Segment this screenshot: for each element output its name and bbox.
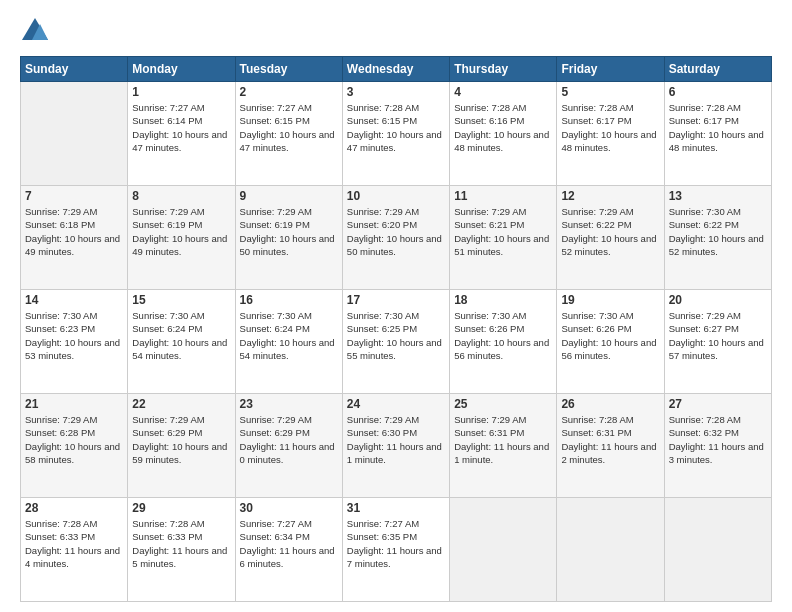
- day-number: 24: [347, 397, 445, 411]
- week-row-3: 14Sunrise: 7:30 AMSunset: 6:23 PMDayligh…: [21, 290, 772, 394]
- day-number: 6: [669, 85, 767, 99]
- day-info: Sunrise: 7:29 AMSunset: 6:20 PMDaylight:…: [347, 205, 445, 258]
- day-info: Sunrise: 7:30 AMSunset: 6:24 PMDaylight:…: [132, 309, 230, 362]
- day-cell: 16Sunrise: 7:30 AMSunset: 6:24 PMDayligh…: [235, 290, 342, 394]
- day-number: 11: [454, 189, 552, 203]
- day-cell: 9Sunrise: 7:29 AMSunset: 6:19 PMDaylight…: [235, 186, 342, 290]
- day-info: Sunrise: 7:29 AMSunset: 6:27 PMDaylight:…: [669, 309, 767, 362]
- col-friday: Friday: [557, 57, 664, 82]
- day-cell: [557, 498, 664, 602]
- day-info: Sunrise: 7:28 AMSunset: 6:32 PMDaylight:…: [669, 413, 767, 466]
- day-info: Sunrise: 7:27 AMSunset: 6:15 PMDaylight:…: [240, 101, 338, 154]
- day-number: 23: [240, 397, 338, 411]
- day-number: 26: [561, 397, 659, 411]
- day-info: Sunrise: 7:28 AMSunset: 6:16 PMDaylight:…: [454, 101, 552, 154]
- col-saturday: Saturday: [664, 57, 771, 82]
- day-cell: 5Sunrise: 7:28 AMSunset: 6:17 PMDaylight…: [557, 82, 664, 186]
- day-number: 25: [454, 397, 552, 411]
- col-sunday: Sunday: [21, 57, 128, 82]
- day-info: Sunrise: 7:29 AMSunset: 6:29 PMDaylight:…: [132, 413, 230, 466]
- day-info: Sunrise: 7:29 AMSunset: 6:22 PMDaylight:…: [561, 205, 659, 258]
- day-cell: 18Sunrise: 7:30 AMSunset: 6:26 PMDayligh…: [450, 290, 557, 394]
- day-info: Sunrise: 7:28 AMSunset: 6:17 PMDaylight:…: [561, 101, 659, 154]
- day-info: Sunrise: 7:28 AMSunset: 6:33 PMDaylight:…: [25, 517, 123, 570]
- day-cell: 10Sunrise: 7:29 AMSunset: 6:20 PMDayligh…: [342, 186, 449, 290]
- day-cell: [21, 82, 128, 186]
- day-cell: 30Sunrise: 7:27 AMSunset: 6:34 PMDayligh…: [235, 498, 342, 602]
- day-cell: 15Sunrise: 7:30 AMSunset: 6:24 PMDayligh…: [128, 290, 235, 394]
- day-number: 20: [669, 293, 767, 307]
- col-wednesday: Wednesday: [342, 57, 449, 82]
- day-info: Sunrise: 7:29 AMSunset: 6:29 PMDaylight:…: [240, 413, 338, 466]
- days-of-week-row: Sunday Monday Tuesday Wednesday Thursday…: [21, 57, 772, 82]
- day-number: 31: [347, 501, 445, 515]
- day-info: Sunrise: 7:28 AMSunset: 6:31 PMDaylight:…: [561, 413, 659, 466]
- day-info: Sunrise: 7:30 AMSunset: 6:24 PMDaylight:…: [240, 309, 338, 362]
- day-cell: 28Sunrise: 7:28 AMSunset: 6:33 PMDayligh…: [21, 498, 128, 602]
- day-info: Sunrise: 7:30 AMSunset: 6:23 PMDaylight:…: [25, 309, 123, 362]
- day-number: 28: [25, 501, 123, 515]
- day-info: Sunrise: 7:29 AMSunset: 6:21 PMDaylight:…: [454, 205, 552, 258]
- day-cell: 6Sunrise: 7:28 AMSunset: 6:17 PMDaylight…: [664, 82, 771, 186]
- day-number: 12: [561, 189, 659, 203]
- day-cell: 25Sunrise: 7:29 AMSunset: 6:31 PMDayligh…: [450, 394, 557, 498]
- day-cell: [664, 498, 771, 602]
- day-info: Sunrise: 7:28 AMSunset: 6:15 PMDaylight:…: [347, 101, 445, 154]
- day-number: 7: [25, 189, 123, 203]
- week-row-2: 7Sunrise: 7:29 AMSunset: 6:18 PMDaylight…: [21, 186, 772, 290]
- day-info: Sunrise: 7:29 AMSunset: 6:19 PMDaylight:…: [132, 205, 230, 258]
- day-number: 1: [132, 85, 230, 99]
- calendar-table: Sunday Monday Tuesday Wednesday Thursday…: [20, 56, 772, 602]
- day-info: Sunrise: 7:30 AMSunset: 6:26 PMDaylight:…: [454, 309, 552, 362]
- header: [20, 16, 772, 46]
- day-cell: 1Sunrise: 7:27 AMSunset: 6:14 PMDaylight…: [128, 82, 235, 186]
- day-number: 30: [240, 501, 338, 515]
- day-number: 5: [561, 85, 659, 99]
- day-info: Sunrise: 7:30 AMSunset: 6:22 PMDaylight:…: [669, 205, 767, 258]
- day-cell: 17Sunrise: 7:30 AMSunset: 6:25 PMDayligh…: [342, 290, 449, 394]
- day-cell: 3Sunrise: 7:28 AMSunset: 6:15 PMDaylight…: [342, 82, 449, 186]
- day-cell: 27Sunrise: 7:28 AMSunset: 6:32 PMDayligh…: [664, 394, 771, 498]
- day-info: Sunrise: 7:30 AMSunset: 6:26 PMDaylight:…: [561, 309, 659, 362]
- calendar-header: Sunday Monday Tuesday Wednesday Thursday…: [21, 57, 772, 82]
- day-cell: [450, 498, 557, 602]
- day-number: 17: [347, 293, 445, 307]
- day-cell: 21Sunrise: 7:29 AMSunset: 6:28 PMDayligh…: [21, 394, 128, 498]
- day-cell: 8Sunrise: 7:29 AMSunset: 6:19 PMDaylight…: [128, 186, 235, 290]
- col-tuesday: Tuesday: [235, 57, 342, 82]
- logo: [20, 16, 54, 46]
- day-number: 15: [132, 293, 230, 307]
- day-info: Sunrise: 7:29 AMSunset: 6:18 PMDaylight:…: [25, 205, 123, 258]
- day-number: 14: [25, 293, 123, 307]
- day-info: Sunrise: 7:28 AMSunset: 6:33 PMDaylight:…: [132, 517, 230, 570]
- day-cell: 4Sunrise: 7:28 AMSunset: 6:16 PMDaylight…: [450, 82, 557, 186]
- day-cell: 22Sunrise: 7:29 AMSunset: 6:29 PMDayligh…: [128, 394, 235, 498]
- day-info: Sunrise: 7:30 AMSunset: 6:25 PMDaylight:…: [347, 309, 445, 362]
- day-cell: 24Sunrise: 7:29 AMSunset: 6:30 PMDayligh…: [342, 394, 449, 498]
- day-number: 3: [347, 85, 445, 99]
- day-info: Sunrise: 7:29 AMSunset: 6:28 PMDaylight:…: [25, 413, 123, 466]
- day-cell: 7Sunrise: 7:29 AMSunset: 6:18 PMDaylight…: [21, 186, 128, 290]
- day-cell: 29Sunrise: 7:28 AMSunset: 6:33 PMDayligh…: [128, 498, 235, 602]
- day-number: 29: [132, 501, 230, 515]
- day-cell: 19Sunrise: 7:30 AMSunset: 6:26 PMDayligh…: [557, 290, 664, 394]
- day-number: 19: [561, 293, 659, 307]
- day-number: 22: [132, 397, 230, 411]
- day-number: 9: [240, 189, 338, 203]
- day-cell: 26Sunrise: 7:28 AMSunset: 6:31 PMDayligh…: [557, 394, 664, 498]
- day-number: 27: [669, 397, 767, 411]
- page: Sunday Monday Tuesday Wednesday Thursday…: [0, 0, 792, 612]
- week-row-1: 1Sunrise: 7:27 AMSunset: 6:14 PMDaylight…: [21, 82, 772, 186]
- day-info: Sunrise: 7:27 AMSunset: 6:14 PMDaylight:…: [132, 101, 230, 154]
- day-number: 10: [347, 189, 445, 203]
- day-number: 16: [240, 293, 338, 307]
- day-cell: 13Sunrise: 7:30 AMSunset: 6:22 PMDayligh…: [664, 186, 771, 290]
- day-cell: 14Sunrise: 7:30 AMSunset: 6:23 PMDayligh…: [21, 290, 128, 394]
- calendar-body: 1Sunrise: 7:27 AMSunset: 6:14 PMDaylight…: [21, 82, 772, 602]
- col-monday: Monday: [128, 57, 235, 82]
- day-number: 13: [669, 189, 767, 203]
- day-info: Sunrise: 7:27 AMSunset: 6:34 PMDaylight:…: [240, 517, 338, 570]
- day-info: Sunrise: 7:29 AMSunset: 6:31 PMDaylight:…: [454, 413, 552, 466]
- day-number: 2: [240, 85, 338, 99]
- day-info: Sunrise: 7:29 AMSunset: 6:19 PMDaylight:…: [240, 205, 338, 258]
